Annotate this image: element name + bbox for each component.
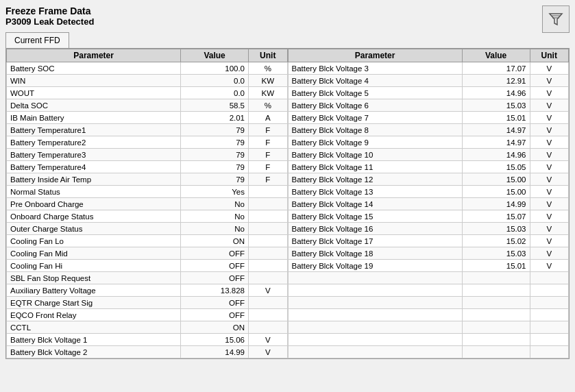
unit-cell: V	[530, 149, 568, 161]
value-cell: No	[181, 223, 249, 235]
current-ffd-tab[interactable]: Current FFD	[5, 32, 69, 48]
unit-cell: V	[530, 112, 568, 124]
right-table: Parameter Value Unit Battery Blck Voltag…	[288, 49, 570, 358]
value-cell: 15.03	[462, 247, 530, 260]
value-cell: 14.99	[462, 198, 530, 210]
table-row: Cooling Fan LoON	[7, 235, 288, 247]
param-cell: WIN	[7, 75, 181, 87]
param-cell: Battery Blck Voltage 13	[288, 186, 462, 198]
value-cell: 0.0	[181, 87, 249, 99]
param-cell: Normal Status	[7, 186, 181, 198]
title-main: Freeze Frame Data	[5, 5, 570, 16]
value-cell: OFF	[181, 272, 249, 284]
unit-cell: V	[530, 161, 568, 173]
unit-cell: V	[530, 260, 568, 272]
value-cell: 12.91	[462, 75, 530, 87]
value-cell: 14.97	[462, 136, 530, 149]
table-row: Battery Blck Voltage 412.91V	[288, 75, 569, 87]
value-cell	[462, 272, 530, 284]
right-header-unit: Unit	[530, 49, 568, 62]
left-table: Parameter Value Unit Battery SOC100.0%WI…	[6, 49, 288, 358]
filter-icon[interactable]	[542, 5, 570, 33]
param-cell: Battery Blck Voltage 1	[7, 334, 181, 346]
table-row: Battery Blck Voltage 615.03V	[288, 99, 569, 112]
value-cell: 15.01	[462, 260, 530, 272]
value-cell: 79	[181, 124, 249, 136]
unit-cell: F	[249, 124, 287, 136]
table-row	[288, 309, 569, 321]
unit-cell: V	[530, 99, 568, 112]
table-row: Battery Blck Voltage 1115.05V	[288, 161, 569, 173]
value-cell: OFF	[181, 309, 249, 321]
table-row: Battery Blck Voltage 214.99V	[7, 346, 288, 358]
param-cell: Battery Blck Voltage 6	[288, 99, 462, 112]
table-row: EQTR Charge Start SigOFF	[7, 297, 288, 309]
unit-cell: V	[249, 346, 287, 358]
param-cell: Battery Blck Voltage 12	[288, 173, 462, 186]
table-row: Battery Blck Voltage 715.01V	[288, 112, 569, 124]
table-row	[288, 297, 569, 309]
filter-svg	[548, 11, 564, 27]
svg-marker-0	[550, 14, 562, 25]
value-cell	[462, 309, 530, 321]
unit-cell	[530, 321, 568, 334]
value-cell: 58.5	[181, 99, 249, 112]
left-header-value: Value	[181, 49, 249, 62]
value-cell: ON	[181, 321, 249, 334]
param-cell	[288, 334, 462, 346]
param-cell: Battery Blck Voltage 7	[288, 112, 462, 124]
table-row	[288, 321, 569, 334]
unit-cell: KW	[249, 87, 287, 99]
unit-cell: %	[249, 62, 287, 75]
value-cell: 79	[181, 161, 249, 173]
title-sub: P3009 Leak Detected	[5, 16, 570, 27]
unit-cell: V	[530, 136, 568, 149]
param-cell: Battery Blck Voltage 14	[288, 198, 462, 210]
param-cell: Battery Blck Voltage 17	[288, 235, 462, 247]
param-cell: CCTL	[7, 321, 181, 334]
table-row	[288, 346, 569, 358]
table-row: WIN0.0KW	[7, 75, 288, 87]
unit-cell: KW	[249, 75, 287, 87]
table-row: Battery Blck Voltage 1915.01V	[288, 260, 569, 272]
table-row	[288, 284, 569, 297]
param-cell	[288, 297, 462, 309]
value-cell: No	[181, 198, 249, 210]
unit-cell	[530, 297, 568, 309]
unit-cell	[249, 235, 287, 247]
unit-cell	[249, 272, 287, 284]
value-cell: No	[181, 210, 249, 223]
param-cell: EQTR Charge Start Sig	[7, 297, 181, 309]
table-row: Battery Blck Voltage 514.96V	[288, 87, 569, 99]
param-cell: WOUT	[7, 87, 181, 99]
value-cell: ON	[181, 235, 249, 247]
table-row: Outer Charge StatusNo	[7, 223, 288, 235]
value-cell: 14.97	[462, 124, 530, 136]
value-cell: 100.0	[181, 62, 249, 75]
table-row: Battery Blck Voltage 1414.99V	[288, 198, 569, 210]
param-cell: Battery Temperature3	[7, 149, 181, 161]
table-row: Battery Blck Voltage 1615.03V	[288, 223, 569, 235]
param-cell: Battery Blck Voltage 16	[288, 223, 462, 235]
unit-cell: V	[530, 124, 568, 136]
unit-cell	[249, 321, 287, 334]
param-cell: Cooling Fan Lo	[7, 235, 181, 247]
unit-cell: V	[530, 173, 568, 186]
param-cell	[288, 346, 462, 358]
unit-cell	[249, 309, 287, 321]
table-row: Battery Blck Voltage 1315.00V	[288, 186, 569, 198]
unit-cell	[249, 198, 287, 210]
unit-cell: V	[530, 186, 568, 198]
unit-cell	[249, 247, 287, 260]
value-cell: 13.828	[181, 284, 249, 297]
right-header-param: Parameter	[288, 49, 462, 62]
param-cell: Battery Blck Voltage 19	[288, 260, 462, 272]
param-cell	[288, 272, 462, 284]
table-row: SBL Fan Stop RequestOFF	[7, 272, 288, 284]
param-cell: Battery Temperature2	[7, 136, 181, 149]
param-cell: Battery Blck Voltage 2	[7, 346, 181, 358]
unit-cell: F	[249, 149, 287, 161]
table-row: Pre Onboard ChargeNo	[7, 198, 288, 210]
table-row: Battery Temperature279F	[7, 136, 288, 149]
param-cell: Battery Blck Voltage 3	[288, 62, 462, 75]
